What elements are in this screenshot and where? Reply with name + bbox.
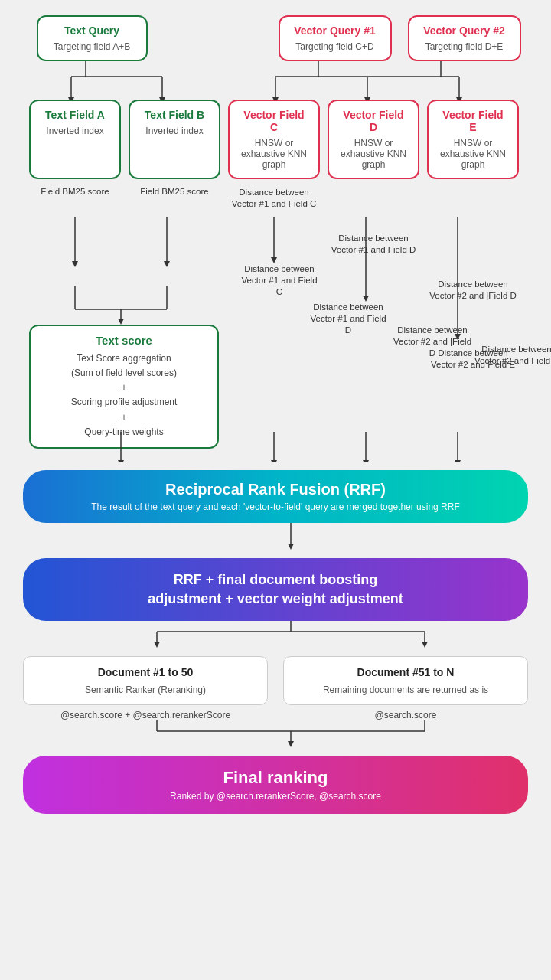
svg-marker-32 <box>363 296 369 302</box>
dist-c-positioned: Distance between Vector #1 and Field C <box>237 263 321 298</box>
vector-query-1-box: Vector Query #1 Targeting field C+D <box>279 15 392 61</box>
svg-marker-59 <box>288 741 294 747</box>
svg-marker-46 <box>288 544 294 550</box>
rrf-title: Reciprocal Rank Fusion (RRF) <box>38 481 513 498</box>
vector-query-1-subtitle: Targeting field C+D <box>289 41 381 52</box>
doc1-title: Document #1 to 50 <box>34 666 256 678</box>
boost-to-docs-arrows <box>15 621 551 648</box>
doc1-box: Document #1 to 50 Semantic Ranker (Reran… <box>23 656 268 705</box>
field-b-box: Text Field B Inverted index <box>129 100 220 179</box>
field-a-title: Text Field A <box>40 109 110 121</box>
svg-marker-22 <box>164 261 170 267</box>
query-to-field-connectors <box>15 61 551 100</box>
vector-query-2-title: Vector Query #2 <box>419 24 510 37</box>
doc1-subtitle: Semantic Ranker (Reranking) <box>34 684 256 695</box>
boost-title: RRF + final document boosting adjustment… <box>38 570 513 609</box>
text-score-title: Text score <box>41 334 207 347</box>
field-c-box: Vector Field C HNSW or exhaustive KNN gr… <box>228 100 320 179</box>
score-label-left: @search.score + @search.rerankerScore <box>23 710 268 720</box>
dist-d1-positioned: Distance between Vector #1 and Field D <box>306 302 390 336</box>
field-e-subtitle: HNSW or exhaustive KNN graph <box>438 138 508 170</box>
docs-row: Document #1 to 50 Semantic Ranker (Reran… <box>23 656 528 705</box>
field-d-title: Vector Field D <box>338 109 409 133</box>
rrf-to-boost-arrow <box>15 523 551 550</box>
to-rrf-connectors <box>15 432 551 462</box>
final-title: Final ranking <box>38 768 513 788</box>
dist-label-c: Distance between Vector #1 and Field C <box>228 187 320 210</box>
field-c-subtitle: HNSW or exhaustive KNN graph <box>239 138 309 170</box>
field-d-box: Vector Field D HNSW or exhaustive KNN gr… <box>328 100 419 179</box>
svg-marker-50 <box>154 642 160 648</box>
svg-marker-53 <box>422 642 428 648</box>
docs-to-final-arrows <box>15 720 551 748</box>
vector-query-2-box: Vector Query #2 Targeting field D+E <box>408 15 521 61</box>
svg-marker-44 <box>455 460 461 462</box>
svg-marker-28 <box>118 318 124 325</box>
text-query-title: Text Query <box>47 24 137 37</box>
doc2-box: Document #51 to N Remaining documents ar… <box>283 656 528 705</box>
field-b-title: Text Field B <box>139 109 210 121</box>
dist-e-positioned: Distance between Vector #2 and Field E <box>474 344 551 367</box>
score-labels-row: @search.score + @search.rerankerScore @s… <box>23 710 528 720</box>
svg-marker-42 <box>363 460 369 462</box>
field-e-title: Vector Field E <box>438 109 508 133</box>
svg-marker-38 <box>118 460 124 462</box>
field-e-box: Vector Field E HNSW or exhaustive KNN gr… <box>427 100 519 179</box>
field-c-title: Vector Field C <box>239 109 309 133</box>
diagram: Text Query Targeting field A+B Vector Qu… <box>0 0 551 837</box>
score-label-a: Field BM25 score <box>29 187 121 196</box>
rrf-banner: Reciprocal Rank Fusion (RRF) The result … <box>23 470 528 523</box>
svg-marker-30 <box>271 257 277 263</box>
score-label-b: Field BM25 score <box>129 187 220 196</box>
rrf-subtitle: The result of the text query and each 'v… <box>38 501 513 512</box>
boost-banner: RRF + final document boosting adjustment… <box>23 558 528 621</box>
field-a-box: Text Field A Inverted index <box>29 100 121 179</box>
doc2-title: Document #51 to N <box>295 666 517 678</box>
svg-marker-20 <box>72 261 78 267</box>
doc2-subtitle: Remaining documents are returned as is <box>295 684 517 695</box>
text-score-section: Text score Text Score aggregation (Sum o… <box>29 325 219 449</box>
score-label-right: @search.score <box>283 710 528 720</box>
text-score-body: Text Score aggregation (Sum of field lev… <box>41 351 207 439</box>
field-a-subtitle: Inverted index <box>40 126 110 136</box>
svg-marker-40 <box>271 460 277 462</box>
vector-query-1-title: Vector Query #1 <box>289 24 381 37</box>
vector-query-2-subtitle: Targeting field D+E <box>419 41 510 52</box>
dist-d2-positioned: Distance between Vector #2 and |Field D <box>390 325 474 359</box>
final-subtitle: Ranked by @search.rerankerScore, @search… <box>38 791 513 802</box>
field-d-subtitle: HNSW or exhaustive KNN graph <box>338 138 409 170</box>
field-b-subtitle: Inverted index <box>139 126 210 136</box>
text-query-subtitle: Targeting field A+B <box>47 41 137 52</box>
final-banner: Final ranking Ranked by @search.reranker… <box>23 756 528 814</box>
fields-row: Text Field A Inverted index Text Field B… <box>15 100 536 179</box>
text-query-box: Text Query Targeting field A+B <box>37 15 148 61</box>
